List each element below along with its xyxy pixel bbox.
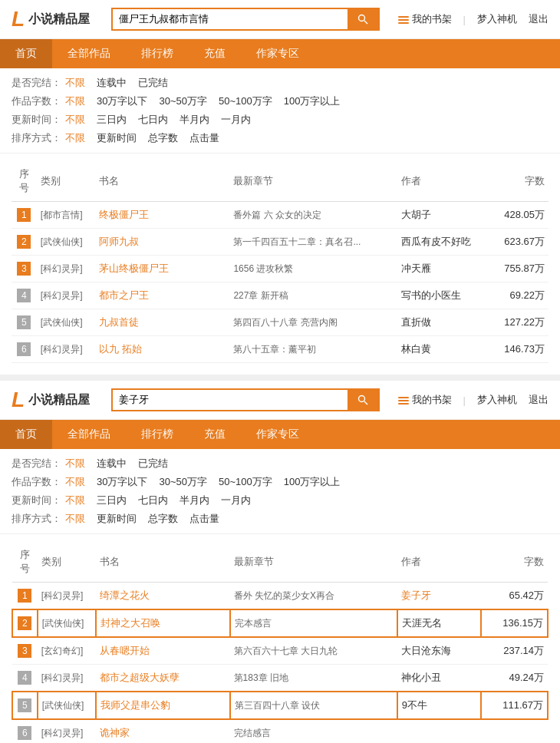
dream-link[interactable]: 梦入神机	[477, 12, 517, 26]
filter-option-3-1[interactable]: 更新时间	[97, 131, 137, 145]
nav-item-0[interactable]: 首页	[0, 39, 52, 68]
nav-item-1[interactable]: 全部作品	[52, 39, 126, 68]
cell-title-3: 都市之超级大妖孽	[96, 665, 230, 692]
filter-option-2-1[interactable]: 三日内	[97, 494, 127, 507]
filter-option-2-0[interactable]: 不限	[65, 494, 85, 507]
header-right: 我的书架|梦入神机退出	[397, 12, 548, 26]
title-link[interactable]: 阿师九叔	[99, 236, 139, 247]
category-tag: [科幻灵异]	[41, 263, 83, 274]
filter-option-2-4[interactable]: 一月内	[221, 494, 251, 507]
search-area	[111, 388, 380, 411]
nav-item-3[interactable]: 充值	[189, 39, 241, 68]
filter-option-0-2[interactable]: 已完结	[138, 457, 168, 471]
chapter-text: 完结感言	[234, 728, 271, 738]
category-tag: [武侠仙侠]	[42, 618, 84, 629]
filter-option-2-3[interactable]: 半月内	[180, 494, 209, 507]
title-link[interactable]: 我师父是串公豹	[100, 699, 170, 711]
filter-option-3-0[interactable]: 不限	[65, 131, 85, 145]
cell-cat-4: [武侠仙侠]	[38, 692, 96, 719]
title-link[interactable]: 诡神家	[100, 727, 130, 738]
filter-option-1-3[interactable]: 50~100万字	[219, 475, 272, 489]
filter-option-1-0[interactable]: 不限	[65, 94, 85, 108]
nav-item-1[interactable]: 全部作品	[52, 420, 126, 449]
cell-author-5	[397, 719, 481, 743]
nav-item-2[interactable]: 排行榜	[126, 420, 189, 449]
cell-chapter-4: 第三百四十八章 设伏	[230, 692, 397, 719]
search-button[interactable]	[348, 9, 378, 29]
filter-option-1-1[interactable]: 30万字以下	[97, 475, 147, 489]
filter-option-2-4[interactable]: 一月内	[221, 113, 251, 127]
search-button[interactable]	[348, 390, 378, 410]
chapter-text: 第六百六十七章 大日九轮	[234, 646, 338, 656]
filter-option-3-3[interactable]: 点击量	[189, 512, 219, 526]
filter-option-0-1[interactable]: 连载中	[97, 76, 127, 90]
filter-option-2-2[interactable]: 七日内	[138, 113, 168, 127]
dream-link[interactable]: 梦入神机	[477, 393, 517, 407]
nav-item-2[interactable]: 排行榜	[126, 39, 189, 68]
nav-item-4[interactable]: 作家专区	[241, 420, 315, 449]
title-link[interactable]: 绮潭之花火	[100, 589, 150, 601]
cell-author-1: 天涯无名	[397, 609, 481, 637]
table-header-1: 类别	[38, 542, 96, 583]
title-link[interactable]: 九叔首徒	[99, 316, 139, 328]
rank-badge: 1	[17, 208, 31, 222]
filter-option-3-2[interactable]: 总字数	[148, 131, 178, 145]
section-section2: L小说精品屋我的书架|梦入神机退出首页全部作品排行榜充值作家专区是否完结：不限连…	[0, 381, 560, 743]
cell-words-3: 69.22万	[482, 282, 549, 309]
cell-words-3: 49.24万	[481, 665, 548, 692]
chapter-text: 番外 失忆的菜少女X再合	[234, 590, 334, 601]
bookshelf-link[interactable]: 我的书架	[397, 12, 452, 26]
cell-author-0: 大胡子	[397, 202, 481, 229]
filter-option-1-3[interactable]: 50~100万字	[219, 94, 272, 108]
title-suffix: 首徒	[119, 316, 139, 328]
cell-author-3: 神化小丑	[397, 665, 481, 692]
nav-item-4[interactable]: 作家专区	[241, 39, 315, 68]
logout-link[interactable]: 退出	[529, 393, 548, 407]
search-input[interactable]	[113, 9, 348, 29]
filter-option-3-0[interactable]: 不限	[65, 512, 85, 526]
title-link[interactable]: 从春嗯开始	[100, 645, 150, 656]
svg-rect-7	[398, 397, 409, 398]
filter-option-0-0[interactable]: 不限	[65, 76, 85, 90]
filter-option-2-3[interactable]: 半月内	[180, 113, 209, 127]
category-tag: [武侠仙侠]	[41, 236, 83, 247]
filter-option-1-4[interactable]: 100万字以上	[284, 475, 341, 489]
title-link[interactable]: 以九 拓始	[99, 343, 142, 355]
nav-bar: 首页全部作品排行榜充值作家专区	[0, 39, 560, 68]
filter-option-1-2[interactable]: 30~50万字	[159, 94, 207, 108]
cell-title-2: 茅山终极僵尸王	[95, 256, 229, 282]
filter-option-3-1[interactable]: 更新时间	[97, 512, 137, 526]
filter-option-3-3[interactable]: 点击量	[189, 131, 219, 145]
title-link[interactable]: 都市之尸王	[99, 289, 149, 301]
filter-option-2-2[interactable]: 七日内	[138, 494, 168, 507]
filter-option-0-0[interactable]: 不限	[65, 457, 85, 471]
nav-bar: 首页全部作品排行榜充值作家专区	[0, 420, 560, 449]
filter-option-0-1[interactable]: 连载中	[97, 457, 127, 471]
filter-option-1-2[interactable]: 30~50万字	[159, 475, 207, 489]
filter-option-1-0[interactable]: 不限	[65, 475, 85, 489]
chapter-text: 第三百四十八章 设伏	[235, 700, 320, 711]
logout-link[interactable]: 退出	[529, 12, 548, 26]
search-input[interactable]	[113, 390, 348, 410]
category-tag: [科幻灵异]	[41, 672, 84, 683]
author-name: 大日沧东海	[401, 645, 451, 656]
filter-option-2-1[interactable]: 三日内	[97, 113, 127, 127]
nav-item-3[interactable]: 充值	[189, 420, 241, 449]
filter-option-1-1[interactable]: 30万字以下	[97, 94, 147, 108]
bookshelf-link[interactable]: 我的书架	[397, 393, 452, 407]
filter-option-1-4[interactable]: 100万字以上	[284, 94, 341, 108]
chapter-text: 第八十五章：薰平初	[233, 344, 316, 355]
title-prefix: 都市之	[99, 289, 129, 301]
filter-option-2-0[interactable]: 不限	[65, 113, 85, 127]
cell-cat-5: [科幻灵异]	[37, 336, 96, 363]
title-link[interactable]: 茅山终极僵尸王	[99, 263, 169, 274]
title-link[interactable]: 都市之超级大妖孽	[100, 672, 180, 683]
cell-author-1: 西瓜有皮不好吃	[397, 229, 481, 256]
filter-option-0-2[interactable]: 已完结	[138, 76, 168, 90]
filter-option-3-2[interactable]: 总字数	[148, 512, 178, 526]
title-link[interactable]: 终极僵尸王	[99, 209, 149, 220]
nav-item-0[interactable]: 首页	[0, 420, 52, 449]
cell-cat-0: [科幻灵异]	[38, 583, 96, 610]
title-link[interactable]: 封神之大召唤	[100, 617, 160, 629]
svg-line-1	[364, 21, 367, 24]
